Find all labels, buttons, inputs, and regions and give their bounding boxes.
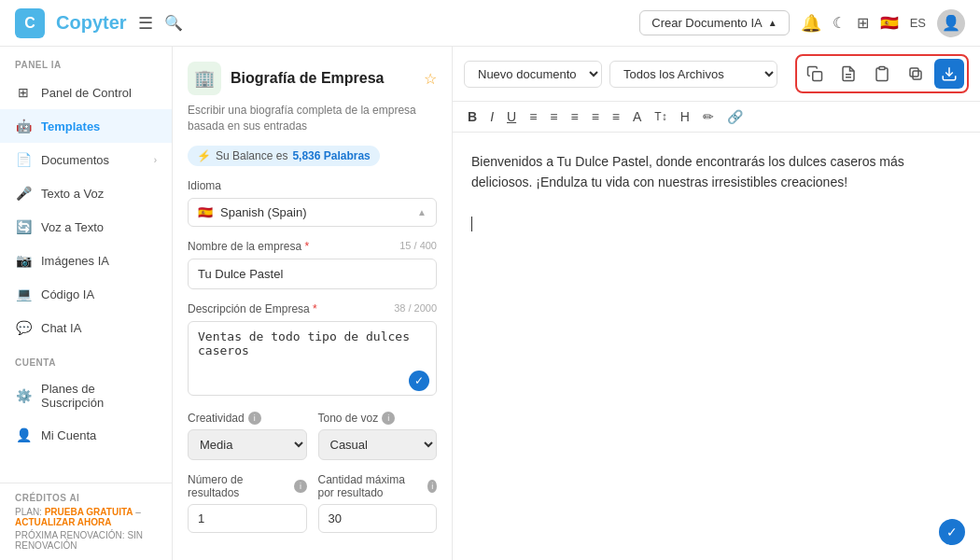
- chat-icon: 💬: [15, 319, 32, 336]
- sidebar-item-panel-control[interactable]: ⊞ Panel de Control: [0, 76, 172, 109]
- actualizar-link[interactable]: ACTUALIZAR AHORA: [15, 517, 112, 527]
- sidebar-item-label: Planes de Suscripción: [41, 382, 157, 410]
- company-icon: 🏢: [188, 62, 221, 95]
- cantidad-max-input[interactable]: [318, 504, 438, 533]
- creatividad-info-icon[interactable]: i: [248, 412, 261, 425]
- font-size-button[interactable]: T↕: [651, 108, 670, 125]
- sidebar-item-mi-cuenta[interactable]: 👤 Mi Cuenta: [0, 418, 172, 452]
- tono-label: Tono de voz i: [318, 412, 438, 425]
- font-color-button[interactable]: A: [629, 107, 645, 126]
- align-justify-button[interactable]: ≡: [588, 107, 603, 126]
- copy-doc-icon-3[interactable]: [867, 59, 897, 89]
- align-left-button[interactable]: ≡: [525, 107, 540, 126]
- logo-icon: C: [15, 8, 45, 38]
- sidebar-item-label: Templates: [41, 119, 100, 133]
- plan-type[interactable]: PRUEBA GRATUITA: [45, 507, 133, 517]
- num-resultados-info-icon[interactable]: i: [294, 480, 306, 493]
- lang-label: ES: [910, 16, 926, 30]
- sidebar-item-label: Chat IA: [41, 321, 81, 335]
- chevron-right-icon: ›: [154, 155, 157, 165]
- sidebar-item-texto-a-voz[interactable]: 🎤 Texto a Voz: [0, 176, 172, 210]
- svg-rect-3: [879, 67, 885, 70]
- sidebar-item-voz-a-texto[interactable]: 🔄 Voz a Texto: [0, 210, 172, 244]
- archive-select[interactable]: Todos los Archivos: [609, 61, 777, 88]
- editor-toolbar-top: Nuevo documento Todos los Archivos: [453, 47, 980, 102]
- copy-doc-icon-1[interactable]: [800, 59, 830, 89]
- svg-rect-5: [910, 68, 918, 77]
- descripcion-check-button[interactable]: ✓: [409, 371, 429, 391]
- sidebar-item-chat-ia[interactable]: 💬 Chat IA: [0, 311, 172, 344]
- descripcion-label: Descripción de Empresa * 38 / 2000: [188, 302, 437, 315]
- num-resultados-col: Número de resultados i: [188, 473, 307, 533]
- link-button[interactable]: 🔗: [723, 107, 747, 126]
- idioma-label: Idioma: [188, 179, 437, 192]
- pencil-button[interactable]: ✏: [699, 107, 718, 126]
- user-avatar[interactable]: 👤: [937, 9, 965, 37]
- logo-text: Copyter: [56, 12, 127, 34]
- editor-check-button[interactable]: ✓: [939, 519, 965, 545]
- nombre-count: 15 / 400: [399, 240, 437, 251]
- form-header: 🏢 Biografía de Empresa ☆: [188, 62, 437, 95]
- balance-value: 5,836 Palabras: [292, 149, 370, 162]
- download-icon[interactable]: [934, 59, 964, 89]
- italic-button[interactable]: I: [486, 107, 497, 126]
- account-icon: 👤: [15, 427, 32, 443]
- favorite-button[interactable]: ☆: [424, 70, 437, 88]
- mic-icon: 🎤: [15, 185, 32, 202]
- list-button[interactable]: ≡: [609, 107, 623, 126]
- sidebar-item-templates[interactable]: 🤖 Templates: [0, 109, 172, 143]
- svg-rect-0: [813, 72, 822, 81]
- bell-icon[interactable]: 🔔: [801, 13, 821, 34]
- tono-select[interactable]: Casual: [318, 429, 438, 460]
- crear-documento-button[interactable]: Crear Documento IA ▲: [639, 10, 789, 35]
- moon-icon[interactable]: ☾: [833, 14, 846, 32]
- sidebar-item-codigo-ia[interactable]: 💻 Código IA: [0, 277, 172, 311]
- creditos-label: CRÉDITOS AI: [15, 493, 157, 507]
- idioma-select[interactable]: 🇪🇸 Spanish (Spain) ▲: [188, 198, 437, 227]
- sidebar-item-label: Documentos: [41, 153, 109, 167]
- creatividad-label: Creatividad i: [188, 412, 307, 425]
- search-icon[interactable]: 🔍: [164, 14, 183, 32]
- creatividad-select[interactable]: Media: [188, 429, 307, 460]
- descripcion-count: 38 / 2000: [394, 302, 437, 314]
- fullscreen-icon[interactable]: ⊞: [857, 14, 869, 32]
- flag-select-icon: 🇪🇸: [198, 205, 213, 219]
- nombre-label: Nombre de la empresa * 15 / 400: [188, 240, 437, 253]
- editor-panel: Nuevo documento Todos los Archivos: [453, 47, 980, 560]
- sidebar: PANEL IA ⊞ Panel de Control 🤖 Templates …: [0, 47, 173, 560]
- align-center-button[interactable]: ≡: [546, 107, 561, 126]
- underline-button[interactable]: U: [503, 107, 520, 126]
- panel-ia-label: PANEL IA: [0, 47, 172, 76]
- tono-info-icon[interactable]: i: [382, 412, 395, 425]
- form-title: Biografía de Empresa: [231, 70, 414, 87]
- plans-icon: ⚙️: [15, 387, 32, 404]
- nombre-input[interactable]: [188, 259, 437, 289]
- editor-body[interactable]: Bienvenidos a Tu Dulce Pastel, donde enc…: [453, 133, 980, 560]
- num-resultados-input[interactable]: [188, 504, 307, 533]
- svg-rect-4: [913, 71, 921, 79]
- copy-doc-icon-4[interactable]: [901, 59, 931, 89]
- descripcion-textarea[interactable]: [188, 321, 437, 396]
- sidebar-item-planes[interactable]: ⚙️ Planes de Suscripción: [0, 373, 172, 418]
- align-right-button[interactable]: ≡: [567, 107, 581, 126]
- bold-button[interactable]: B: [464, 107, 481, 126]
- cantidad-max-info-icon[interactable]: i: [427, 480, 437, 493]
- templates-icon: 🤖: [15, 118, 32, 134]
- sidebar-item-label: Panel de Control: [41, 86, 132, 100]
- cuenta-label: CUENTA: [0, 344, 172, 373]
- heading-button[interactable]: H: [677, 107, 693, 126]
- image-icon: 📷: [15, 252, 32, 269]
- flag-icon: 🇪🇸: [880, 14, 899, 32]
- document-icon: 📄: [15, 151, 32, 168]
- menu-icon[interactable]: ☰: [138, 13, 153, 34]
- cantidad-max-col: Cantidad máxima por resultado i: [318, 473, 438, 533]
- grid-icon: ⊞: [15, 84, 32, 101]
- num-resultados-label: Número de resultados i: [188, 473, 307, 499]
- document-select[interactable]: Nuevo documento: [464, 61, 602, 88]
- sidebar-item-documentos[interactable]: 📄 Documentos ›: [0, 143, 172, 176]
- copy-doc-icon-2[interactable]: [833, 59, 863, 89]
- sidebar-item-label: Voz a Texto: [41, 220, 104, 234]
- sidebar-item-imagenes-ia[interactable]: 📷 Imágenes IA: [0, 244, 172, 277]
- tono-col: Tono de voz i Casual: [318, 412, 438, 460]
- format-bar: B I U ≡ ≡ ≡ ≡ ≡ A T↕ H ✏ 🔗: [453, 102, 980, 133]
